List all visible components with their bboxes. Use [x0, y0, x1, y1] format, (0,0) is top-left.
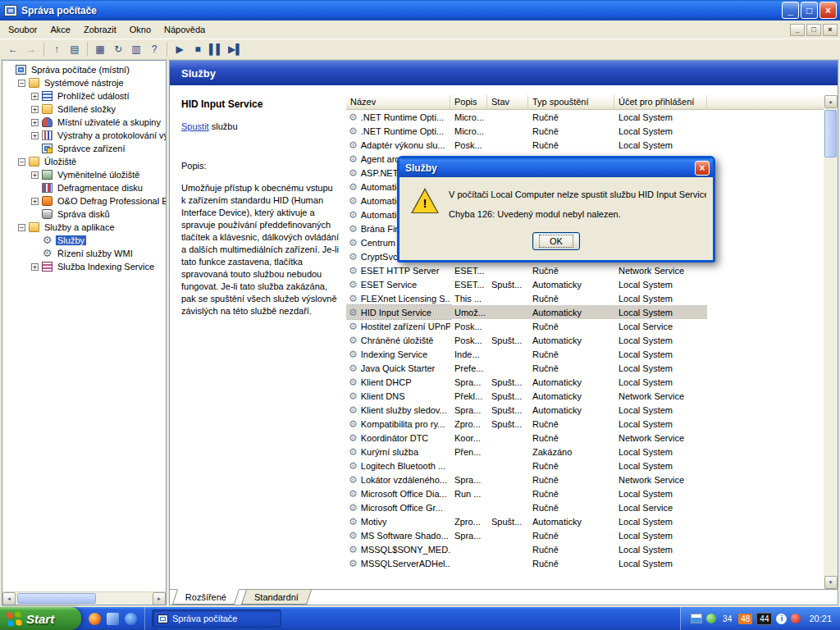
service-row-kuryrni-sluzba[interactable]: ⚙Kurýrní službaPřen...ZakázánoLocal Syst…	[346, 445, 824, 459]
tree-item-uloziste[interactable]: −Úložiště	[2, 155, 166, 168]
minimize-button[interactable]: _	[782, 2, 799, 19]
show-console-tree-button[interactable]: ▤	[66, 41, 84, 58]
export-list-button[interactable]: ▥	[127, 41, 145, 58]
menu-item-okno[interactable]: Okno	[123, 21, 158, 38]
tree-item-defragmentace-disku[interactable]: Defragmentace disku	[2, 181, 166, 194]
start-button[interactable]: Start	[0, 607, 81, 630]
service-row-kompatibilita-pro-ry[interactable]: ⚙Kompatibilita pro ry...Zpro...Spušt...R…	[346, 417, 824, 431]
service-row-lokator-vzdaleneho[interactable]: ⚙Lokátor vzdáleného...Spra...RučněNetwor…	[346, 472, 824, 486]
tree-item-vystrahy-a-protokolovani-vy[interactable]: +Výstrahy a protokolování vý	[2, 129, 166, 142]
expand-toggle[interactable]: +	[31, 171, 39, 179]
tray-info-icon[interactable]: i	[776, 614, 787, 624]
tab-rozsirene[interactable]: Rozšířené	[172, 589, 240, 605]
tree-item-o-o-defrag-professional-ed[interactable]: +O&O Defrag Professional Ed	[2, 194, 166, 208]
ok-button[interactable]: OK	[532, 232, 580, 250]
tray-green-status-icon[interactable]	[706, 614, 716, 623]
service-row-indexing-service[interactable]: ⚙Indexing ServiceInde...RučněLocal Syste…	[346, 347, 824, 361]
expand-toggle[interactable]: +	[31, 132, 39, 139]
title-bar[interactable]: Správa počítače _ □ ×	[0, 0, 840, 21]
tree-item-prohlizec-udalosti[interactable]: +Prohlížeč událostí	[2, 89, 166, 103]
column-header-popis[interactable]: Popis	[450, 95, 487, 110]
service-row-klient-sluzby-sledov[interactable]: ⚙Klient služby sledov...Spra...Spušt...A…	[346, 403, 824, 417]
tree-item-systemove-nastroje[interactable]: −Systémové nástroje	[2, 76, 166, 89]
mdi-close-button[interactable]: ×	[823, 24, 838, 36]
services-vertical-scrollbar[interactable]: ▲ ▼	[824, 95, 838, 589]
service-row-net-runtime-opti[interactable]: ⚙.NET Runtime Opti...Micro...RučněLocal …	[346, 110, 824, 124]
service-row-flexnet-licensing-s[interactable]: ⚙FLEXnet Licensing S...This ...RučněLoca…	[346, 291, 824, 305]
quicklaunch-media-icon[interactable]	[125, 613, 137, 625]
collapse-toggle[interactable]: −	[18, 80, 25, 87]
collapse-toggle[interactable]: −	[18, 224, 25, 231]
mdi-restore-button[interactable]: □	[806, 24, 821, 36]
forward-button[interactable]: →	[22, 41, 40, 58]
collapse-toggle[interactable]: −	[18, 158, 25, 166]
scroll-right-button[interactable]: ►	[153, 592, 166, 605]
tree-item-sluzby[interactable]: ⚙Služby	[2, 234, 166, 247]
tree-horizontal-scrollbar[interactable]: ◄ ►	[2, 591, 166, 605]
scroll-left-button[interactable]: ◄	[2, 592, 16, 605]
pause-service-button[interactable]: ▌▌	[207, 41, 226, 58]
menu-item-akce[interactable]: Akce	[43, 21, 76, 38]
tree-item-mistni-uzivatele-a-skupiny[interactable]: +Místní uživatelé a skupiny	[2, 116, 166, 129]
menu-item-napoveda[interactable]: Nápověda	[158, 21, 212, 38]
service-row-chranene-uloziste[interactable]: ⚙Chráněné úložištěPosk...Spušt...Automat…	[346, 333, 824, 347]
service-row-klient-dns[interactable]: ⚙Klient DNSPřekl...Spušt...AutomatickyNe…	[346, 389, 824, 403]
refresh-button[interactable]: ↻	[109, 41, 127, 58]
service-row-microsoft-office-dia[interactable]: ⚙Microsoft Office Dia...Run ...RučněLoca…	[346, 486, 824, 500]
tree-item-vymenitelne-uloziste[interactable]: +Vyměnitelné úložiště	[2, 168, 166, 181]
start-service-button[interactable]: ▶	[171, 41, 189, 58]
column-header-ucet-pro-prihlaseni[interactable]: Účet pro přihlášení	[614, 95, 707, 110]
taskbar-task-button[interactable]: Správa počítače	[152, 609, 281, 628]
dialog-title-bar[interactable]: Služby ×	[399, 158, 713, 177]
service-row-mssqlserveradhel[interactable]: ⚙MSSQLServerADHel...RučněLocal System	[346, 556, 824, 570]
up-one-level-button[interactable]: ↑	[48, 41, 66, 58]
expand-toggle[interactable]: +	[31, 198, 39, 205]
back-button[interactable]: ←	[4, 41, 22, 58]
tray-network-graph-icon[interactable]	[691, 614, 702, 623]
mdi-minimize-button[interactable]: _	[790, 24, 805, 36]
close-button[interactable]: ×	[819, 2, 837, 19]
dialog-close-button[interactable]: ×	[695, 161, 710, 176]
service-row-java-quick-starter[interactable]: ⚙Java Quick StarterPrefe...RučněLocal Sy…	[346, 361, 824, 375]
tab-standardni[interactable]: Standardní	[241, 590, 312, 605]
service-row-net-runtime-opti[interactable]: ⚙.NET Runtime Opti...Micro...RučněLocal …	[346, 124, 824, 138]
service-row-hid-input-service[interactable]: ⚙HID Input ServiceUmož...AutomatickyLoca…	[346, 305, 824, 319]
column-header-typ-spousteni[interactable]: Typ spouštění	[528, 95, 614, 110]
service-row-adapter-vykonu-slu[interactable]: ⚙Adaptér výkonu slu...Posk...RučněLocal …	[346, 138, 824, 152]
service-row-mssql-sony-med[interactable]: ⚙MSSQL$SONY_MED...RučněLocal System	[346, 542, 824, 556]
tree-item-rizeni-sluzby-wmi[interactable]: ⚙Řízení služby WMI	[2, 247, 166, 260]
tree-item-spravce-zarizeni[interactable]: Správce zařízení	[2, 142, 166, 155]
tree-item-sluzby-a-aplikace[interactable]: −Služby a aplikace	[2, 221, 166, 234]
tree-item-sluzba-indexing-service[interactable]: +Služba Indexing Service	[2, 260, 166, 273]
service-row-motivy[interactable]: ⚙MotivyZpro...Spušt...AutomatickyLocal S…	[346, 514, 824, 528]
quicklaunch-desktop-icon[interactable]	[107, 613, 119, 625]
service-row-koordinator-dtc[interactable]: ⚙Koordinátor DTCKoor...RučněNetwork Serv…	[346, 431, 824, 445]
expand-toggle[interactable]: +	[31, 119, 39, 126]
service-row-eset-service[interactable]: ⚙ESET ServiceESET...Spušt...AutomatickyL…	[346, 277, 824, 291]
expand-toggle[interactable]: +	[31, 93, 39, 100]
menu-item-soubor[interactable]: Soubor	[2, 21, 43, 38]
column-header-nazev[interactable]: Název	[346, 95, 450, 110]
maximize-button[interactable]: □	[801, 2, 818, 19]
quicklaunch-browser-icon[interactable]	[89, 613, 101, 625]
service-row-ms-software-shado[interactable]: ⚙MS Software Shado...Spra...RučněLocal S…	[346, 528, 824, 542]
properties-button[interactable]: ▦	[91, 41, 109, 58]
tree-item-sprava-disku[interactable]: Správa disků	[2, 208, 166, 221]
help-button[interactable]: ?	[145, 41, 163, 58]
service-row-microsoft-office-gr[interactable]: ⚙Microsoft Office Gr...RučněLocal Servic…	[346, 500, 824, 514]
column-header-stav[interactable]: Stav	[487, 95, 528, 110]
tray-alert-red-icon[interactable]	[791, 614, 801, 623]
restart-service-button[interactable]: ▶▌	[226, 41, 245, 58]
scroll-up-button[interactable]: ▲	[824, 95, 838, 108]
tree-item-sdilene-slozky[interactable]: +Sdílené složky	[2, 103, 166, 116]
service-row-hostitel-zarizeni-upnp[interactable]: ⚙Hostitel zařízení UPnPPosk...RučněLocal…	[346, 319, 824, 333]
tree-item-sprava-pocitace-mistni[interactable]: Správa počítače (místní)	[2, 63, 166, 76]
service-row-logitech-bluetooth[interactable]: ⚙Logitech Bluetooth ...RučněLocal System	[346, 459, 824, 472]
service-row-klient-dhcp[interactable]: ⚙Klient DHCPSpra...Spušt...AutomatickyLo…	[346, 375, 824, 389]
expand-toggle[interactable]: +	[31, 263, 39, 271]
stop-service-button[interactable]: ■	[189, 41, 207, 58]
service-row-eset-http-server[interactable]: ⚙ESET HTTP ServerESET...RučněNetwork Ser…	[346, 263, 824, 277]
vertical-scroll-thumb[interactable]	[824, 110, 837, 158]
scroll-down-button[interactable]: ▼	[824, 576, 838, 589]
menu-item-zobrazit[interactable]: Zobrazit	[77, 21, 123, 38]
